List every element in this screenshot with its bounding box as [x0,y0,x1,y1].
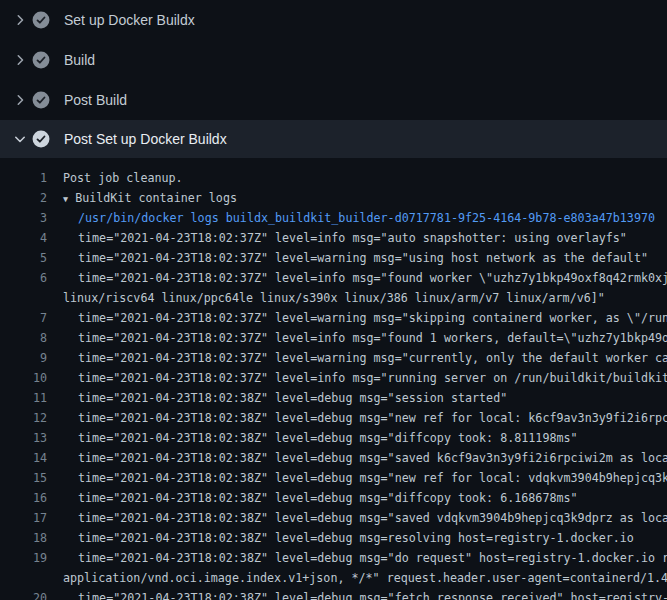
log-row: 4time="2021-04-23T18:02:37Z" level=info … [0,228,667,248]
check-circle-icon [32,130,50,148]
log-text: time="2021-04-23T18:02:37Z" level=warnin… [78,308,667,328]
log-row: 19time="2021-04-23T18:02:38Z" level=debu… [0,548,667,568]
log-text: time="2021-04-23T18:02:37Z" level=warnin… [78,248,648,268]
step-row-build[interactable]: Build [0,40,667,80]
log-row: 7time="2021-04-23T18:02:37Z" level=warni… [0,308,667,328]
log-group-toggle[interactable]: ▼BuildKit container logs [63,188,237,208]
log-group-label: BuildKit container logs [75,191,237,205]
line-number[interactable]: 14 [0,448,47,468]
log-text: time="2021-04-23T18:02:38Z" level=debug … [78,408,667,428]
log-text: time="2021-04-23T18:02:37Z" level=info m… [78,368,667,388]
log-row: 10time="2021-04-23T18:02:37Z" level=info… [0,368,667,388]
line-number [0,568,47,588]
log-text: time="2021-04-23T18:02:38Z" level=debug … [78,528,634,548]
step-row-post-set-up-docker-buildx[interactable]: Post Set up Docker Buildx [0,120,667,158]
line-number[interactable]: 19 [0,548,47,568]
log-row: 9time="2021-04-23T18:02:37Z" level=warni… [0,348,667,368]
line-number[interactable]: 7 [0,308,47,328]
step-title: Set up Docker Buildx [64,12,195,28]
chevron-right-icon [12,92,28,108]
log-text: time="2021-04-23T18:02:37Z" level=warnin… [78,348,667,368]
log-row: 12time="2021-04-23T18:02:38Z" level=debu… [0,408,667,428]
chevron-right-icon [12,12,28,28]
log-row: 16time="2021-04-23T18:02:38Z" level=debu… [0,488,667,508]
log-text: linux/riscv64 linux/ppc64le linux/s390x … [63,288,605,308]
chevron-down-icon [12,131,28,147]
log-row: 17time="2021-04-23T18:02:38Z" level=debu… [0,508,667,528]
step-title: Build [64,52,95,68]
log-row: 13time="2021-04-23T18:02:38Z" level=debu… [0,428,667,448]
log-command-text: /usr/bin/docker logs buildx_buildkit_bui… [78,208,655,228]
log-row: 11time="2021-04-23T18:02:38Z" level=debu… [0,388,667,408]
log-row: 6time="2021-04-23T18:02:37Z" level=info … [0,268,667,288]
line-number[interactable]: 2 [0,188,47,208]
log-text: time="2021-04-23T18:02:38Z" level=debug … [78,488,578,508]
log-row: linux/riscv64 linux/ppc64le linux/s390x … [0,288,667,308]
log-text: time="2021-04-23T18:02:37Z" level=info m… [78,328,667,348]
log-text: time="2021-04-23T18:02:38Z" level=debug … [78,388,507,408]
steps-list: Set up Docker BuildxBuildPost BuildPost … [0,0,667,158]
line-number[interactable]: 1 [0,168,47,188]
log-row: 18time="2021-04-23T18:02:38Z" level=debu… [0,528,667,548]
line-number[interactable]: 18 [0,528,47,548]
line-number[interactable]: 15 [0,468,47,488]
check-circle-icon [32,51,50,69]
line-number[interactable]: 8 [0,328,47,348]
line-number[interactable]: 5 [0,248,47,268]
line-number[interactable]: 6 [0,268,47,288]
log-row: 5time="2021-04-23T18:02:37Z" level=warni… [0,248,667,268]
log-text: time="2021-04-23T18:02:37Z" level=info m… [78,268,667,288]
line-number[interactable]: 13 [0,428,47,448]
line-number[interactable]: 11 [0,388,47,408]
log-panel: 1Post job cleanup.2▼BuildKit container l… [0,158,667,600]
log-text: application/vnd.oci.image.index.v1+json,… [63,568,667,588]
line-number[interactable]: 16 [0,488,47,508]
log-row: 14time="2021-04-23T18:02:38Z" level=debu… [0,448,667,468]
log-row: 20time="2021-04-23T18:02:38Z" level=debu… [0,588,667,600]
log-row: 15time="2021-04-23T18:02:38Z" level=debu… [0,468,667,488]
log-row: 1Post job cleanup. [0,168,667,188]
step-title: Post Build [64,92,127,108]
log-text: time="2021-04-23T18:02:38Z" level=debug … [78,508,667,528]
log-row: 3/usr/bin/docker logs buildx_buildkit_bu… [0,208,667,228]
check-circle-icon [32,11,50,29]
line-number[interactable]: 4 [0,228,47,248]
log-text: time="2021-04-23T18:02:38Z" level=debug … [78,548,667,568]
log-text: time="2021-04-23T18:02:38Z" level=debug … [78,428,578,448]
step-row-set-up-docker-buildx[interactable]: Set up Docker Buildx [0,0,667,40]
collapse-triangle-icon[interactable]: ▼ [63,194,68,204]
log-text: time="2021-04-23T18:02:38Z" level=debug … [78,588,667,600]
log-row: 2▼BuildKit container logs [0,188,667,208]
log-text: time="2021-04-23T18:02:38Z" level=debug … [78,448,667,468]
line-number [0,288,47,308]
log-text: Post job cleanup. [63,168,183,188]
chevron-right-icon [12,52,28,68]
line-number[interactable]: 3 [0,208,47,228]
line-number[interactable]: 10 [0,368,47,388]
line-number[interactable]: 20 [0,588,47,600]
step-title: Post Set up Docker Buildx [64,131,227,147]
step-row-post-build[interactable]: Post Build [0,80,667,120]
line-number[interactable]: 17 [0,508,47,528]
line-number[interactable]: 9 [0,348,47,368]
log-text: time="2021-04-23T18:02:37Z" level=info m… [78,228,627,248]
actions-log-viewer: Set up Docker BuildxBuildPost BuildPost … [0,0,667,600]
log-text: time="2021-04-23T18:02:38Z" level=debug … [78,468,667,488]
check-circle-icon [32,91,50,109]
log-row: application/vnd.oci.image.index.v1+json,… [0,568,667,588]
log-row: 8time="2021-04-23T18:02:37Z" level=info … [0,328,667,348]
line-number[interactable]: 12 [0,408,47,428]
